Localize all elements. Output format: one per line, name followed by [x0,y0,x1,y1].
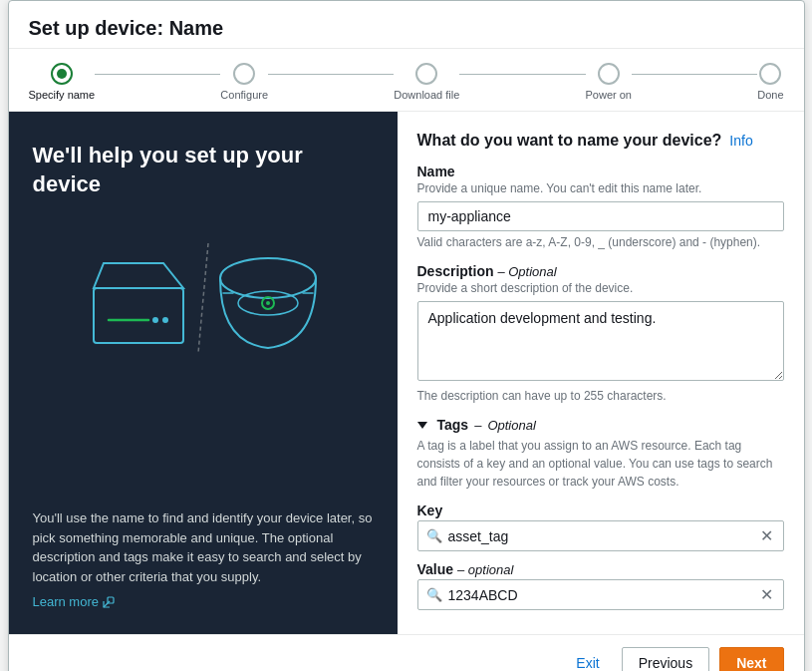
svg-line-5 [198,243,208,353]
step-specify-name: Specify name [29,63,96,101]
key-search-icon: 🔍 [426,528,442,543]
tags-optional-text: Optional [487,418,535,433]
left-panel-title: We'll help you set up your device [33,142,374,198]
step-label-4: Power on [586,89,632,101]
stepper: Specify name Configure Download file Pow… [9,49,804,112]
tags-description: A tag is a label that you assign to an A… [417,437,784,491]
value-search-icon: 🔍 [426,587,442,602]
right-panel: What do you want to name your device? In… [398,112,804,634]
step-line-3 [459,74,585,75]
description-field-group: Description – Optional Provide a short d… [417,263,784,403]
left-panel-description: You'll use the name to find and identify… [33,508,374,586]
exit-button[interactable]: Exit [564,649,611,671]
description-textarea[interactable]: Application development and testing. [417,301,784,381]
tags-label: Tags [437,417,469,433]
previous-button[interactable]: Previous [622,647,709,671]
name-field-label: Name [417,164,784,179]
question-text: What do you want to name your device? [417,132,722,150]
tags-section: Tags – Optional A tag is a label that yo… [417,417,784,610]
left-panel-content: We'll help you set up your device [33,142,374,388]
step-power-on: Power on [586,63,632,101]
triangle-icon [417,422,427,429]
value-optional-text: optional [468,562,514,577]
learn-more-text: Learn more [33,594,99,609]
left-panel-bottom: You'll use the name to find and identify… [33,499,374,610]
info-link[interactable]: Info [729,133,752,149]
svg-point-4 [162,317,168,323]
left-panel: We'll help you set up your device [9,112,398,634]
name-field-group: Name Provide a unique name. You can't ed… [417,164,784,249]
name-valid-hint: Valid characters are a-z, A-Z, 0-9, _ (u… [417,235,784,249]
step-label-2: Configure [220,89,268,101]
svg-rect-0 [94,288,183,343]
value-input-wrapper: 🔍 ✕ [417,579,784,610]
step-label-1: Specify name [29,89,96,101]
modal-footer: Exit Previous Next [9,634,804,671]
step-circle-3 [415,63,437,85]
value-label: Value – optional [417,561,784,577]
description-field-label: Description – Optional [417,263,784,279]
section-question: What do you want to name your device? In… [417,132,784,150]
value-input[interactable] [448,587,758,603]
svg-point-6 [220,258,316,298]
key-clear-button[interactable]: ✕ [758,526,775,545]
next-button[interactable]: Next [719,647,783,671]
description-label-text: Description [417,263,494,279]
value-label-text: Value [417,561,454,577]
description-optional-text: Optional [508,264,556,279]
description-field-hint: Provide a short description of the devic… [417,281,784,295]
value-clear-button[interactable]: ✕ [758,585,775,604]
name-field-hint: Provide a unique name. You can't edit th… [417,181,784,195]
device-illustration [33,218,374,378]
step-download-file: Download file [394,63,459,101]
step-done: Done [757,63,783,101]
key-label: Key [417,503,784,518]
description-char-hint: The description can have up to 255 chara… [417,389,784,403]
svg-marker-1 [94,263,183,288]
setup-modal: Set up device: Name Specify name Configu… [8,0,805,671]
bottom-spacer [417,614,784,634]
step-circle-5 [759,63,781,85]
svg-point-9 [266,301,270,305]
external-link-icon [103,596,115,608]
step-line-2 [268,74,394,75]
key-input[interactable] [448,528,758,544]
tags-section-title: Tags – Optional [417,417,784,433]
svg-point-3 [152,317,158,323]
name-input[interactable] [417,201,784,231]
key-input-wrapper: 🔍 ✕ [417,520,784,551]
device-svg [74,218,333,378]
step-configure: Configure [220,63,268,101]
modal-title: Set up device: Name [29,17,784,40]
step-line-1 [95,74,220,75]
step-circle-4 [598,63,620,85]
step-circle-1 [51,63,73,85]
learn-more-link[interactable]: Learn more [33,594,115,609]
modal-header: Set up device: Name [9,1,804,49]
step-circle-2 [233,63,255,85]
step-line-4 [632,74,757,75]
modal-body: We'll help you set up your device [9,112,804,634]
step-label-3: Download file [394,89,459,101]
step-label-5: Done [757,89,783,101]
